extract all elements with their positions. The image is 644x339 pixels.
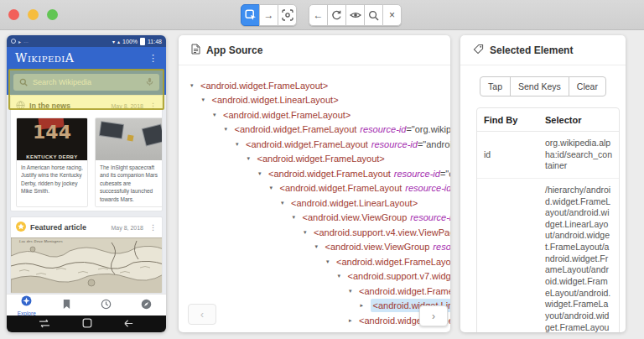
window-titlebar: → ← [0, 0, 644, 30]
collapse-icon[interactable]: ▾ [347, 288, 359, 295]
tree-node[interactable]: ▾<android.widget.FrameLayout> [179, 107, 450, 123]
select-element-icon [245, 9, 257, 21]
notification-icon [11, 39, 16, 44]
bookmark-icon [62, 298, 71, 313]
clear-button[interactable]: Clear [569, 76, 606, 96]
collapse-icon[interactable]: ▾ [268, 185, 280, 191]
find-by-value: xpath [477, 178, 538, 332]
zoom-window-button[interactable] [47, 9, 58, 20]
overflow-menu-icon[interactable]: ⋮ [148, 53, 158, 64]
collapse-icon[interactable]: ▾ [223, 126, 235, 133]
tab-nearby[interactable] [127, 298, 167, 313]
close-window-button[interactable] [8, 9, 19, 20]
in-the-news-card[interactable]: In the news May 8, 2018 ⋮ 144 KENTUCKY D… [10, 95, 163, 211]
find-by-table: Find By Selector id org.wikipedia.alpha:… [476, 107, 620, 332]
expand-icon[interactable]: ▸ [347, 317, 359, 324]
eye-icon [350, 9, 361, 21]
scroll-right-button[interactable]: › [419, 305, 448, 326]
collapse-icon[interactable]: ▾ [279, 200, 291, 206]
tree-node[interactable]: ▾<android.widget.FrameLayoutresource-id=… [179, 123, 450, 138]
status-time: 11:48 [148, 39, 162, 44]
tree-node[interactable]: ▾<android.widget.FrameLayoutresource-id=… [179, 166, 450, 181]
refresh-source-button[interactable] [327, 4, 346, 26]
news-item-kentucky[interactable]: 144 KENTUCKY DERBY In American horse rac… [16, 117, 88, 207]
collapse-icon[interactable]: ▾ [246, 155, 257, 162]
document-icon [191, 43, 200, 58]
tree-node[interactable]: ▾<android.widget.FrameLayout> [179, 254, 450, 269]
tree-node[interactable]: ▾<android.view.ViewGroupresource-id=" [179, 211, 450, 226]
find-by-value: id [477, 132, 538, 179]
send-keys-button[interactable]: Send Keys [510, 76, 569, 96]
tab-my-lists[interactable] [47, 298, 87, 313]
compass-icon [141, 298, 152, 313]
collapse-icon[interactable]: ▾ [234, 141, 246, 148]
tree-node[interactable]: ▾<android.widget.FrameLayout> [179, 78, 450, 93]
search-icon [368, 10, 379, 21]
collapse-icon[interactable]: ▾ [291, 214, 303, 221]
collapse-icon[interactable]: ▾ [302, 229, 314, 236]
battery-percent: 100% [122, 39, 138, 44]
search-element-button[interactable] [364, 4, 383, 26]
collapse-icon[interactable]: ▾ [325, 258, 336, 265]
selected-element-highlight[interactable] [8, 69, 164, 110]
android-navigation-bar [7, 316, 166, 332]
explore-icon [21, 295, 32, 310]
col-header-selector: Selector [538, 108, 619, 132]
tap-button[interactable]: Tap [480, 76, 511, 96]
tab-history[interactable] [86, 298, 127, 313]
select-elements-button[interactable] [241, 4, 260, 26]
wikipedia-toolbar: WikipediA ⋮ [7, 47, 166, 69]
session-controls-group: ← × [309, 4, 402, 26]
back-arrow-icon: ← [314, 9, 324, 21]
selected-element-panel: Selected Element Tap Send Keys Clear Fin… [460, 35, 626, 332]
swipe-by-coordinates-button[interactable]: → [259, 4, 278, 26]
toggle-highlights-button[interactable] [345, 4, 365, 26]
minimize-window-button[interactable] [28, 9, 39, 20]
recents-button[interactable] [39, 316, 50, 331]
home-button[interactable] [82, 316, 92, 331]
collapse-icon[interactable]: ▾ [211, 112, 223, 118]
refresh-icon [331, 10, 342, 21]
device-screenshot[interactable]: ▸ … ▾ ▴ 100% 11:48 WikipediA ⋮ Search Wi… [7, 35, 166, 332]
tree-node[interactable]: ▾<android.widget.FrameLayoutresource-id=… [179, 181, 450, 196]
expand-icon[interactable]: ▸ [359, 302, 371, 309]
quit-session-button[interactable]: × [382, 4, 402, 26]
news-item-insight[interactable]: The InSight spacecraft and its companion… [95, 117, 162, 207]
col-header-find-by: Find By [477, 108, 538, 132]
derby-number: 144 [17, 123, 87, 142]
collapse-icon[interactable]: ▾ [336, 273, 348, 279]
collapse-icon[interactable]: ▾ [200, 96, 212, 103]
tag-icon [473, 43, 484, 58]
tree-node[interactable]: ▾<android.widget.FrameLayout> [179, 152, 450, 167]
collapse-left-button[interactable]: ‹ [188, 304, 216, 325]
star-icon [16, 220, 26, 235]
derby-caption: KENTUCKY DERBY [17, 154, 87, 159]
selector-value: /hierarchy/android.widget.FrameLayout/an… [538, 178, 619, 332]
solar-panel-graphic [143, 125, 162, 146]
tap-by-coordinates-button[interactable] [278, 4, 297, 26]
tree-node[interactable]: ▸<android.widget.FrameL [179, 313, 450, 328]
card-menu-icon[interactable]: ⋮ [148, 223, 157, 232]
collapse-icon[interactable]: ▾ [257, 170, 268, 177]
panel-title: Selected Element [490, 44, 573, 56]
tree-node[interactable]: ▾<android.widget.LinearLayout> [179, 196, 450, 211]
tree-node[interactable]: ▾<android.support.v7.widget.F [179, 269, 450, 284]
wifi-icon: ▾ [112, 39, 115, 44]
featured-article-card[interactable]: Featured article May 8, 2018 ⋮ Lac des D… [10, 216, 163, 294]
tree-node[interactable]: ▸<android.widget.Line [179, 299, 450, 314]
close-icon: × [389, 9, 395, 21]
tree-node[interactable]: ▾<android.support.v4.view.ViewPagerre [179, 225, 450, 240]
collapse-icon[interactable]: ▾ [189, 82, 200, 89]
tab-explore[interactable]: Explore [7, 295, 47, 316]
tree-node[interactable]: ▾<android.view.ViewGroupresourc [179, 240, 450, 255]
tree-node[interactable]: ▾<android.widget.FrameL [179, 284, 450, 299]
tree-node[interactable]: ▾<android.widget.LinearLayout> [179, 93, 450, 108]
solar-panel-graphic [100, 122, 123, 138]
main-area: ▸ … ▾ ▴ 100% 11:48 WikipediA ⋮ Search Wi… [0, 30, 644, 339]
back-button-android[interactable] [123, 316, 134, 331]
back-button[interactable]: ← [309, 4, 328, 26]
tree-node[interactable]: ▾<android.widget.FrameLayoutresource-id=… [179, 137, 450, 152]
swipe-arrow-icon: → [264, 9, 274, 21]
card-date: May 8, 2018 [111, 225, 143, 231]
collapse-icon[interactable]: ▾ [314, 243, 325, 250]
